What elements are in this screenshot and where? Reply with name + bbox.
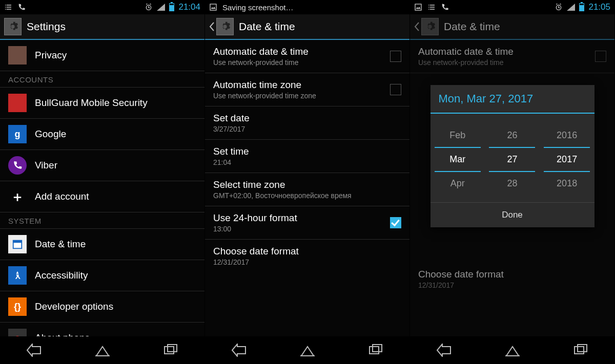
battery-icon [579, 3, 584, 11]
alarm-icon [555, 3, 563, 11]
nav-back-icon[interactable] [26, 344, 43, 357]
dialog-header: Mon, Mar 27, 2017 [430, 85, 594, 114]
svg-rect-12 [578, 345, 587, 352]
status-bar: Saving screenshot… [205, 0, 409, 14]
saving-text: Saving screenshot… [222, 3, 293, 12]
google-icon: g [8, 125, 27, 143]
back-icon[interactable] [209, 22, 214, 31]
status-clock: 21:04 [178, 2, 200, 12]
settings-item-privacy[interactable]: Privacy [0, 40, 204, 71]
settings-list[interactable]: Privacy ACCOUNTS BullGuard Mobile Securi… [0, 40, 204, 336]
pref-24h[interactable]: Use 24-hour format 13:00 [205, 206, 409, 240]
auto-date-checkbox [595, 51, 606, 62]
action-bar-title: Settings [27, 20, 66, 33]
day-spinner[interactable]: 26 27 28 [489, 124, 535, 195]
svg-rect-4 [165, 347, 174, 354]
add-account[interactable]: ＋ Add account [0, 181, 204, 212]
privacy-icon [8, 46, 27, 65]
system-date-time[interactable]: Date & time [0, 229, 204, 260]
action-bar: Date & time [410, 14, 614, 40]
svg-rect-7 [370, 347, 379, 354]
year-spinner[interactable]: 2016 2017 2018 [544, 124, 590, 195]
settings-gear-icon [421, 18, 439, 35]
svg-rect-2 [13, 241, 22, 243]
pref-auto-tz[interactable]: Automatic time zone Use network-provided… [205, 73, 409, 106]
month-spinner[interactable]: Feb Mar Apr [435, 124, 481, 195]
pref-set-date[interactable]: Set date 3/27/2017 [205, 106, 409, 140]
account-viber[interactable]: Viber [0, 150, 204, 181]
list-icon [427, 3, 436, 11]
accessibility-icon [8, 266, 27, 285]
nav-home-icon[interactable] [299, 344, 316, 357]
battery-icon [169, 3, 174, 11]
list-icon [4, 3, 12, 11]
section-header-accounts: ACCOUNTS [0, 71, 204, 88]
date-picker-dialog[interactable]: Mon, Mar 27, 2017 Feb Mar Apr 26 27 28 2… [430, 85, 594, 227]
nav-recent-icon[interactable] [162, 344, 179, 357]
pref-date-format: Choose date format 12/31/2017 [410, 263, 614, 295]
image-icon [209, 3, 217, 11]
nav-bar [205, 336, 409, 364]
nav-bar [410, 336, 614, 364]
about-phone-icon [8, 329, 27, 336]
phone-panel-2: Saving screenshot… Date & time Automatic… [205, 0, 410, 364]
pref-set-time[interactable]: Set time 21:04 [205, 140, 409, 173]
pref-date-format[interactable]: Choose date format 12/31/2017 [205, 240, 409, 272]
plus-icon: ＋ [8, 187, 27, 206]
svg-rect-9 [415, 4, 421, 10]
done-button[interactable]: Done [430, 202, 594, 227]
phone-panel-3: 21:05 Date & time Automatic date & time … [410, 0, 615, 364]
date-time-icon [8, 235, 27, 253]
svg-rect-5 [168, 345, 177, 352]
phone-icon [17, 3, 26, 11]
system-developer-options[interactable]: {} Developer options [0, 291, 204, 323]
action-bar: Settings [0, 14, 204, 40]
viber-icon [8, 156, 27, 175]
settings-gear-icon [216, 18, 234, 35]
bullguard-icon [8, 94, 27, 112]
nav-back-icon[interactable] [231, 344, 248, 357]
action-bar-title: Date & time [444, 20, 500, 33]
date-time-list[interactable]: Automatic date & time Use network-provid… [205, 40, 409, 336]
system-accessibility[interactable]: Accessibility [0, 260, 204, 291]
svg-rect-6 [210, 4, 216, 10]
developer-icon: {} [8, 297, 27, 316]
action-bar-title: Date & time [239, 20, 295, 33]
svg-rect-11 [575, 347, 584, 354]
status-bar: 21:04 [0, 0, 204, 14]
settings-gear-icon[interactable] [4, 18, 22, 35]
nav-bar [0, 336, 204, 364]
system-about-phone[interactable]: About phone [0, 323, 204, 336]
account-google[interactable]: g Google [0, 119, 204, 150]
action-bar[interactable]: Date & time [205, 14, 409, 40]
auto-tz-checkbox[interactable] [390, 84, 401, 95]
phone-panel-1: 21:04 Settings Privacy ACCOUNTS BullGuar… [0, 0, 205, 364]
status-clock: 21:05 [588, 2, 610, 12]
pref-auto-date: Automatic date & time Use network-provid… [410, 40, 614, 73]
pref-auto-date[interactable]: Automatic date & time Use network-provid… [205, 40, 409, 73]
svg-rect-8 [373, 345, 382, 352]
nav-recent-icon[interactable] [572, 344, 589, 357]
24h-checkbox[interactable] [390, 217, 401, 228]
image-icon [414, 3, 422, 11]
date-spinners: Feb Mar Apr 26 27 28 2016 2017 2018 [430, 114, 594, 202]
alarm-icon [145, 3, 153, 11]
back-icon[interactable] [414, 22, 419, 31]
nav-home-icon[interactable] [504, 344, 521, 357]
section-header-system: SYSTEM [0, 212, 204, 229]
status-bar: 21:05 [410, 0, 614, 14]
nav-home-icon[interactable] [94, 344, 111, 357]
signal-icon [157, 4, 165, 11]
nav-back-icon[interactable] [436, 344, 453, 357]
pref-timezone[interactable]: Select time zone GMT+02:00, Восточноевро… [205, 173, 409, 206]
nav-recent-icon[interactable] [367, 344, 384, 357]
signal-icon [567, 4, 575, 11]
account-bullguard[interactable]: BullGuard Mobile Security [0, 88, 204, 119]
phone-icon [441, 3, 449, 11]
auto-date-checkbox[interactable] [390, 51, 401, 62]
